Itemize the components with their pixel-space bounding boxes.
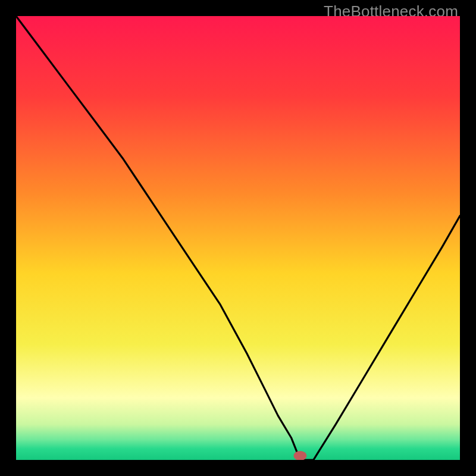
chart-frame: TheBottleneck.com (0, 0, 476, 476)
gradient-background (16, 16, 460, 460)
bottleneck-chart (16, 16, 460, 460)
plot-area (16, 16, 460, 460)
